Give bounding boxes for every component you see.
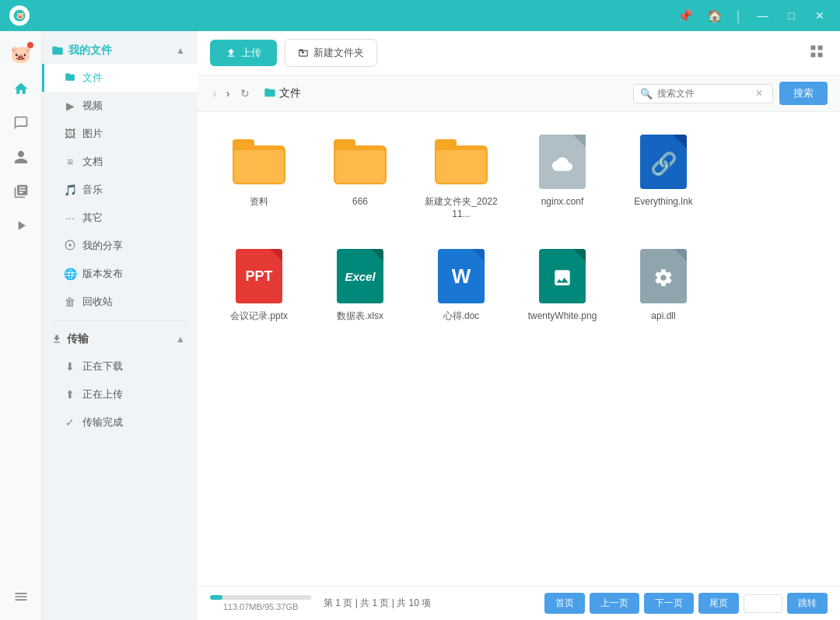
titlebar-controls: 📌 🏠 | — □ ✕ bbox=[674, 5, 831, 26]
sidebar-item-releases[interactable]: 🌐 版本发布 bbox=[42, 260, 198, 288]
file-item-nginx[interactable]: nginx.conf bbox=[520, 128, 605, 226]
nav-divider bbox=[51, 321, 188, 321]
file-name-666: 666 bbox=[352, 196, 368, 208]
minimize-button[interactable]: — bbox=[751, 6, 775, 25]
photo-icon: 🖼 bbox=[64, 128, 76, 140]
nav-sidebar: 我的文件 ▲ 文件 ▶ 视频 🖼 图片 ≡ 文档 🎵 音乐 ··· 其 bbox=[42, 31, 198, 620]
sidebar-item-downloading[interactable]: ⬇ 正在下载 bbox=[42, 352, 198, 380]
app-logo: 🐷 bbox=[9, 5, 30, 26]
next-page-button[interactable]: 下一页 bbox=[644, 593, 694, 614]
icon-strip-media[interactable] bbox=[5, 210, 37, 241]
sidebar-item-share[interactable]: 我的分享 bbox=[42, 232, 198, 260]
recycle-icon: 🗑 bbox=[64, 296, 76, 308]
file-item-ppt[interactable]: PPT 会议记录.pptx bbox=[216, 242, 302, 329]
breadcrumb-bar: ‹ › ↻ 文件 🔍 ✕ 搜索 bbox=[198, 75, 840, 112]
file-name-doc: 心得.doc bbox=[443, 310, 480, 323]
prev-page-button[interactable]: 上一页 bbox=[590, 593, 639, 614]
close-button[interactable]: ✕ bbox=[809, 6, 831, 25]
storage-bar bbox=[210, 595, 311, 600]
video-icon: ▶ bbox=[64, 100, 76, 112]
page-jump-input[interactable] bbox=[744, 594, 782, 613]
file-item-ziliao[interactable]: 资料 bbox=[216, 128, 302, 226]
icon-strip-storage[interactable] bbox=[5, 176, 37, 207]
search-input[interactable] bbox=[657, 88, 751, 99]
search-button[interactable]: 搜索 bbox=[779, 82, 828, 105]
file-name-excel: 数据表.xlsx bbox=[337, 310, 383, 323]
png-file-icon bbox=[534, 248, 590, 304]
file-name-newfolder: 新建文件夹_202211... bbox=[425, 196, 498, 220]
sidebar-item-video[interactable]: ▶ 视频 bbox=[42, 92, 198, 120]
search-clear-icon[interactable]: ✕ bbox=[755, 88, 763, 99]
storage-text: 113.07MB/95.37GB bbox=[210, 602, 311, 611]
globe-icon: 🌐 bbox=[64, 268, 76, 280]
icon-strip-chat[interactable] bbox=[5, 107, 37, 138]
file-item-666[interactable]: 666 bbox=[317, 128, 403, 226]
pin-icon[interactable]: 📌 bbox=[674, 5, 696, 26]
file-name-png: twentyWhite.png bbox=[528, 310, 597, 323]
page-nav: 首页 上一页 下一页 尾页 跳转 bbox=[544, 593, 828, 614]
file-name-everything: Everything.lnk bbox=[634, 196, 692, 208]
new-folder-button[interactable]: 新建文件夹 bbox=[285, 39, 377, 67]
main-layout: 🐷 我的文件 ▲ bbox=[0, 31, 840, 620]
sidebar-item-docs[interactable]: ≡ 文档 bbox=[42, 148, 198, 176]
my-files-title: 我的文件 bbox=[51, 44, 112, 58]
sidebar-item-photos[interactable]: 🖼 图片 bbox=[42, 120, 198, 148]
page-info: 第 1 页 | 共 1 页 | 共 10 项 bbox=[324, 597, 431, 610]
folder-icon-ziliao bbox=[231, 134, 287, 190]
files-row-2: PPT 会议记录.pptx Excel 数据表.xlsx bbox=[216, 242, 821, 329]
icon-strip-contacts[interactable] bbox=[5, 142, 37, 173]
file-item-png[interactable]: twentyWhite.png bbox=[520, 242, 605, 329]
file-name-dll: api.dll bbox=[651, 310, 675, 323]
breadcrumb-nav: ‹ › ↻ bbox=[210, 86, 254, 101]
sidebar-item-music[interactable]: 🎵 音乐 bbox=[42, 176, 198, 204]
other-icon: ··· bbox=[64, 212, 76, 224]
sidebar-item-other[interactable]: ··· 其它 bbox=[42, 204, 198, 232]
titlebar: 🐷 📌 🏠 | — □ ✕ bbox=[0, 0, 840, 31]
restore-icon[interactable]: 🏠 bbox=[704, 5, 726, 26]
icon-strip-menu[interactable] bbox=[5, 581, 37, 612]
file-item-excel[interactable]: Excel 数据表.xlsx bbox=[317, 242, 403, 329]
refresh-button[interactable]: ↻ bbox=[236, 86, 254, 101]
maximize-button[interactable]: □ bbox=[782, 6, 801, 25]
current-path-label: 文件 bbox=[279, 86, 301, 100]
file-item-everything[interactable]: 🔗 Everything.lnk bbox=[621, 128, 706, 226]
file-name-nginx: nginx.conf bbox=[541, 196, 584, 208]
upload-icon: ⬆ bbox=[64, 388, 76, 401]
sidebar-item-files[interactable]: 文件 bbox=[42, 64, 198, 92]
status-bar: 113.07MB/95.37GB 第 1 页 | 共 1 页 | 共 10 项 … bbox=[198, 586, 840, 620]
folder-icon-new bbox=[433, 134, 489, 190]
sidebar-item-recycle[interactable]: 🗑 回收站 bbox=[42, 288, 198, 316]
download-icon: ⬇ bbox=[64, 360, 76, 373]
icon-strip-bottom bbox=[5, 581, 37, 612]
folder-icon-666 bbox=[332, 134, 388, 190]
upload-button[interactable]: 上传 bbox=[210, 40, 277, 66]
search-icon: 🔍 bbox=[640, 88, 653, 100]
icon-strip-home[interactable] bbox=[5, 73, 37, 104]
files-row-1: 资料 666 bbox=[216, 128, 821, 226]
back-button[interactable]: ‹ bbox=[210, 86, 220, 101]
sidebar-item-completed[interactable]: ✓ 传输完成 bbox=[42, 408, 198, 436]
titlebar-left: 🐷 bbox=[9, 5, 30, 26]
forward-button[interactable]: › bbox=[223, 86, 233, 101]
first-page-button[interactable]: 首页 bbox=[544, 593, 585, 614]
doc-icon: ≡ bbox=[64, 156, 76, 168]
icon-strip-avatar[interactable]: 🐷 bbox=[5, 39, 37, 70]
file-item-dll[interactable]: api.dll bbox=[621, 242, 706, 329]
my-files-section-header[interactable]: 我的文件 ▲ bbox=[42, 37, 198, 64]
sidebar-item-uploading[interactable]: ⬆ 正在上传 bbox=[42, 380, 198, 408]
storage-bar-fill bbox=[210, 595, 222, 600]
lnk-file-icon: 🔗 bbox=[635, 134, 691, 190]
complete-icon: ✓ bbox=[64, 416, 76, 429]
content-area: 上传 新建文件夹 ‹ › ↻ 文件 bbox=[198, 31, 840, 620]
icon-strip: 🐷 bbox=[0, 31, 42, 620]
transfer-title: 传输 bbox=[51, 332, 89, 346]
file-item-newfolder[interactable]: 新建文件夹_202211... bbox=[418, 128, 504, 226]
last-page-button[interactable]: 尾页 bbox=[698, 593, 739, 614]
ppt-file-icon: PPT bbox=[231, 248, 287, 304]
jump-button[interactable]: 跳转 bbox=[787, 593, 828, 614]
file-item-doc[interactable]: W 心得.doc bbox=[418, 242, 504, 329]
transfer-section-header[interactable]: 传输 ▲ bbox=[42, 326, 198, 352]
share-icon bbox=[64, 240, 76, 253]
svg-point-3 bbox=[68, 243, 72, 247]
view-toggle-button[interactable] bbox=[806, 40, 828, 66]
